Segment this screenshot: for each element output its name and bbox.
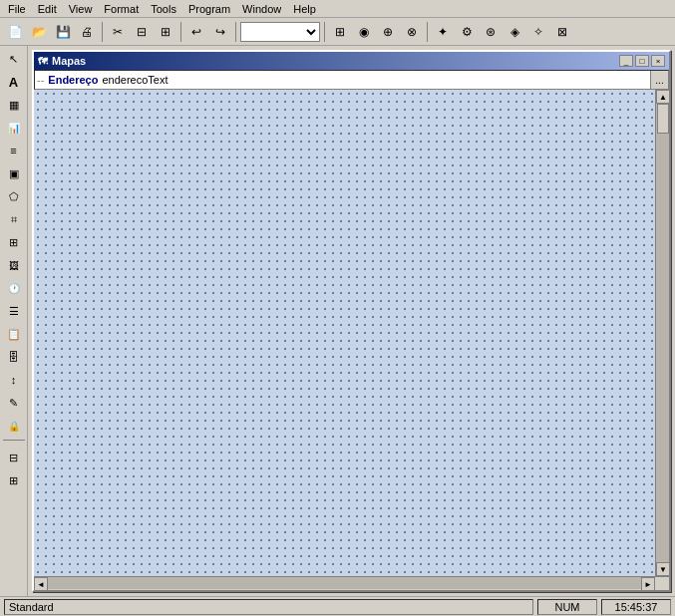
toolbar: 📄 📂 💾 🖨 ✂ ⊟ ⊞ ↩ ↪ ⊞ ◉ ⊕ ⊗ ✦ ⚙ ⊛ ◈ ✧ ⊠ [0, 18, 675, 46]
left-nav-tool[interactable]: ↕ [3, 369, 25, 391]
window-title-group: 🗺 Mapas [38, 55, 86, 67]
left-clock-tool[interactable]: 🕐 [3, 277, 25, 299]
status-main: Standard [4, 599, 533, 615]
address-dashes: -- [37, 74, 44, 86]
window-minimize-button[interactable]: _ [619, 55, 633, 67]
left-toolbar: ↖ A ▦ 📊 ≡ ▣ ⬠ ⌗ ⊞ 🖼 🕐 ☰ 📋 🗄 ↕ ✎ 🔒 ⊟ ⊞ [0, 46, 28, 596]
status-bar: Standard NUM 15:45:37 [0, 596, 675, 616]
left-table-tool[interactable]: ▦ [3, 94, 25, 116]
left-polygon-tool[interactable]: ⬠ [3, 185, 25, 207]
toolbar-sep-3 [235, 22, 236, 42]
style-dropdown[interactable] [240, 22, 320, 42]
mapas-window: 🗺 Mapas _ □ × -- Endereço enderecoText .… [32, 50, 671, 592]
tool-btn-2[interactable]: ◉ [353, 21, 375, 43]
cut-button[interactable]: ✂ [107, 21, 129, 43]
content-area: 🗺 Mapas _ □ × -- Endereço enderecoText .… [28, 46, 675, 596]
tool-btn-1[interactable]: ⊞ [329, 21, 351, 43]
window-title-text: Mapas [52, 55, 86, 67]
window-title-icon: 🗺 [38, 56, 48, 67]
left-edit-tool[interactable]: ✎ [3, 392, 25, 414]
tool-btn-7[interactable]: ⊛ [480, 21, 502, 43]
menu-program[interactable]: Program [182, 2, 236, 16]
canvas-area[interactable] [34, 90, 655, 576]
toolbar-sep-4 [324, 22, 325, 42]
tool-btn-9[interactable]: ✧ [527, 21, 549, 43]
menu-edit[interactable]: Edit [32, 2, 63, 16]
menu-tools[interactable]: Tools [145, 2, 182, 16]
scroll-right-button[interactable]: ► [641, 577, 655, 591]
scroll-corner [655, 577, 669, 590]
left-image-tool[interactable]: 🖼 [3, 254, 25, 276]
open-button[interactable]: 📂 [28, 21, 50, 43]
left-frame-tool[interactable]: ▣ [3, 162, 25, 184]
new-button[interactable]: 📄 [4, 21, 26, 43]
redo-button[interactable]: ↪ [209, 21, 231, 43]
scroll-v-track[interactable] [656, 104, 669, 562]
address-browse-button[interactable]: ... [650, 71, 668, 89]
tool-btn-5[interactable]: ✦ [432, 21, 454, 43]
left-data-tool[interactable]: 🗄 [3, 346, 25, 368]
status-num-text: NUM [554, 601, 579, 613]
left-lock-tool[interactable]: 🔒 [3, 415, 25, 437]
left-calc-tool[interactable]: ⌗ [3, 208, 25, 230]
left-lines-tool[interactable]: ≡ [3, 140, 25, 161]
save-button[interactable]: 💾 [52, 21, 74, 43]
window-close-button[interactable]: × [651, 55, 665, 67]
scroll-left-button[interactable]: ◄ [34, 577, 48, 591]
scroll-v-thumb[interactable] [657, 104, 669, 134]
scroll-down-button[interactable]: ▼ [656, 562, 669, 576]
status-main-text: Standard [9, 601, 54, 613]
left-separator [3, 440, 25, 444]
window-restore-button[interactable]: □ [635, 55, 649, 67]
address-value: enderecoText [102, 74, 168, 86]
main-area: ↖ A ▦ 📊 ≡ ▣ ⬠ ⌗ ⊞ 🖼 🕐 ☰ 📋 🗄 ↕ ✎ 🔒 ⊟ ⊞ 🗺 … [0, 46, 675, 596]
copy-button[interactable]: ⊟ [131, 21, 153, 43]
left-nav3-tool[interactable]: ⊞ [3, 469, 25, 491]
tool-btn-6[interactable]: ⚙ [456, 21, 478, 43]
left-nav2-tool[interactable]: ⊟ [3, 447, 25, 468]
address-label: Endereço [48, 74, 98, 86]
vertical-scrollbar[interactable]: ▲ ▼ [655, 90, 669, 576]
scroll-up-button[interactable]: ▲ [656, 90, 669, 104]
window-titlebar: 🗺 Mapas _ □ × [34, 52, 669, 70]
status-time: 15:45:37 [601, 599, 671, 615]
menu-window[interactable]: Window [236, 2, 287, 16]
paste-button[interactable]: ⊞ [155, 21, 176, 43]
left-text-tool[interactable]: A [3, 71, 25, 93]
toolbar-sep-2 [180, 22, 181, 42]
address-bar: -- Endereço enderecoText ... [34, 70, 669, 90]
window-controls: _ □ × [619, 55, 665, 67]
window-inner: ▲ ▼ [34, 90, 669, 576]
status-time-text: 15:45:37 [615, 601, 658, 613]
menu-bar: File Edit View Format Tools Program Wind… [0, 0, 675, 18]
left-chart-tool[interactable]: 📊 [3, 117, 25, 139]
menu-file[interactable]: File [2, 2, 32, 16]
status-num: NUM [537, 599, 597, 615]
tool-btn-8[interactable]: ◈ [504, 21, 525, 43]
left-grid-tool[interactable]: ⊞ [3, 231, 25, 253]
scroll-h-track[interactable] [48, 577, 641, 589]
left-arrow-tool[interactable]: ↖ [3, 48, 25, 70]
toolbar-sep-5 [427, 22, 428, 42]
menu-help[interactable]: Help [287, 2, 322, 16]
undo-button[interactable]: ↩ [185, 21, 207, 43]
left-list-tool[interactable]: ☰ [3, 300, 25, 322]
tool-btn-3[interactable]: ⊕ [377, 21, 399, 43]
print-button[interactable]: 🖨 [76, 21, 98, 43]
tool-btn-10[interactable]: ⊠ [551, 21, 573, 43]
menu-view[interactable]: View [63, 2, 99, 16]
tool-btn-4[interactable]: ⊗ [401, 21, 423, 43]
toolbar-sep-1 [102, 22, 103, 42]
left-form-tool[interactable]: 📋 [3, 323, 25, 345]
menu-format[interactable]: Format [98, 2, 145, 16]
horizontal-scrollbar-container: ◄ ► [34, 576, 669, 590]
